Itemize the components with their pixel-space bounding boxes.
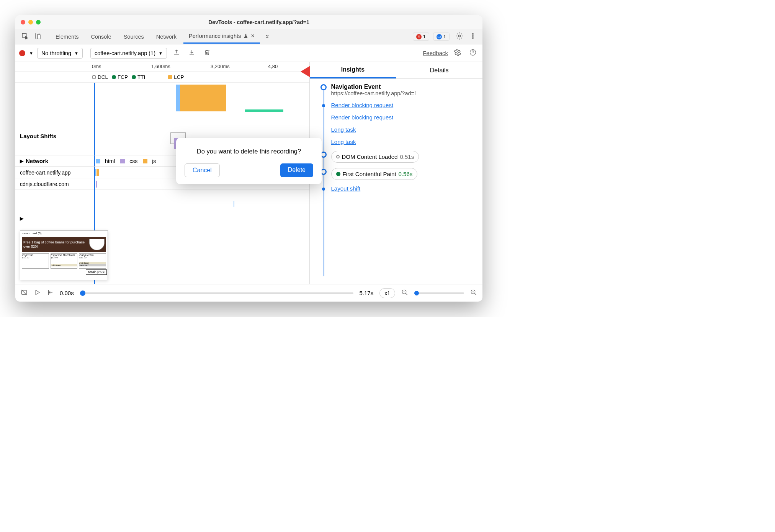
flask-icon bbox=[243, 33, 249, 39]
download-icon[interactable] bbox=[186, 47, 198, 60]
tti-marker: TTI bbox=[132, 74, 145, 80]
window-title: DevTools - coffee-cart.netlify.app/?ad=1 bbox=[41, 19, 477, 25]
throttling-dropdown[interactable]: No throttling▼ bbox=[37, 48, 83, 59]
overview-bar bbox=[180, 85, 226, 111]
maximize-window[interactable] bbox=[36, 20, 41, 24]
kebab-menu-icon[interactable] bbox=[467, 30, 479, 43]
insights-panel: Insights Details Navigation Event https:… bbox=[310, 62, 482, 284]
settings-icon[interactable] bbox=[453, 30, 466, 44]
svg-rect-2 bbox=[38, 34, 41, 39]
tab-console[interactable]: Console bbox=[85, 31, 116, 43]
devtools-window: DevTools - coffee-cart.netlify.app/?ad=1… bbox=[15, 15, 482, 302]
devtools-tabs: Elements Console Sources Network Perform… bbox=[15, 29, 482, 44]
playback-speed[interactable]: x1 bbox=[379, 288, 395, 298]
insights-list: Navigation Event https://coffee-cart.net… bbox=[310, 79, 482, 284]
svg-point-6 bbox=[473, 37, 474, 38]
delete-button[interactable]: Delete bbox=[280, 163, 313, 177]
insight-layout-shift[interactable]: Layout shift bbox=[321, 185, 478, 192]
settings-gear-icon[interactable] bbox=[452, 47, 463, 60]
cancel-button[interactable]: Cancel bbox=[185, 163, 220, 177]
delete-confirm-dialog: Do you want to delete this recording? Ca… bbox=[176, 138, 322, 184]
tab-details[interactable]: Details bbox=[396, 62, 482, 78]
record-dropdown-icon[interactable]: ▼ bbox=[29, 51, 33, 55]
device-toggle-icon[interactable] bbox=[32, 30, 44, 43]
playback-start: 0.00s bbox=[60, 290, 74, 296]
perf-toolbar: ▼ No throttling▼ coffee-cart.netlify.app… bbox=[15, 44, 482, 62]
marker-legend: DCL FCP TTI LCP bbox=[15, 72, 309, 83]
insight-fcp[interactable]: First Contentful Paint 0.56s bbox=[321, 168, 478, 180]
close-window[interactable] bbox=[21, 20, 25, 24]
tab-network[interactable]: Network bbox=[151, 31, 182, 43]
annotation-arrow bbox=[301, 62, 327, 83]
net-legend-css: css bbox=[120, 158, 137, 164]
tab-elements[interactable]: Elements bbox=[50, 31, 84, 43]
close-tab-icon[interactable]: × bbox=[251, 33, 254, 39]
insight-long-task[interactable]: Long task bbox=[321, 126, 478, 133]
insight-render-blocking[interactable]: Render blocking request bbox=[321, 114, 478, 121]
net-legend-js: js bbox=[143, 158, 156, 164]
svg-point-3 bbox=[459, 35, 461, 37]
record-button[interactable] bbox=[19, 50, 25, 56]
screenshot-thumbnail[interactable]: menucart (0) Free 1 bag of coffee beans … bbox=[20, 230, 108, 280]
upload-icon[interactable] bbox=[171, 47, 182, 60]
play-icon[interactable] bbox=[34, 289, 41, 297]
delete-icon[interactable] bbox=[201, 47, 213, 60]
insight-render-blocking[interactable]: Render blocking request bbox=[321, 102, 478, 109]
dcl-marker: DCL bbox=[92, 74, 108, 80]
playback-end: 5.17s bbox=[360, 290, 374, 296]
overview-track bbox=[15, 83, 309, 117]
zoom-slider[interactable] bbox=[414, 292, 464, 294]
help-icon[interactable] bbox=[467, 47, 479, 60]
time-ruler: 0ms 1,600ms 3,200ms 4,80 bbox=[15, 62, 309, 72]
recording-dropdown[interactable]: coffee-cart.netlify.app (1)▼ bbox=[90, 48, 167, 59]
lcp-marker: LCP bbox=[168, 74, 184, 80]
playback-bar: 0.00s 5.17s x1 bbox=[15, 284, 482, 302]
feedback-link[interactable]: Feedback bbox=[423, 50, 448, 56]
dialog-message: Do you want to delete this recording? bbox=[185, 148, 313, 155]
titlebar: DevTools - coffee-cart.netlify.app/?ad=1 bbox=[15, 15, 482, 29]
rewind-icon[interactable] bbox=[47, 289, 54, 297]
zoom-in-icon[interactable] bbox=[470, 289, 477, 297]
right-tabs: Insights Details bbox=[310, 62, 482, 79]
tab-sources[interactable]: Sources bbox=[118, 31, 149, 43]
net-legend-html: html bbox=[96, 158, 115, 164]
svg-point-7 bbox=[457, 51, 459, 53]
tab-performance-insights[interactable]: Performance insights × bbox=[183, 29, 260, 44]
svg-point-5 bbox=[473, 35, 474, 36]
more-tabs-icon[interactable] bbox=[262, 30, 273, 43]
errors-badge[interactable]: ✕1 bbox=[413, 33, 429, 41]
issues-badge[interactable]: ▭1 bbox=[433, 33, 450, 41]
insight-long-task[interactable]: Long task bbox=[321, 139, 478, 145]
svg-point-4 bbox=[473, 33, 474, 34]
overview-bar bbox=[245, 109, 283, 112]
playback-slider[interactable] bbox=[80, 292, 353, 294]
insight-navigation: Navigation Event https://coffee-cart.net… bbox=[321, 83, 478, 96]
minimize-window[interactable] bbox=[28, 20, 33, 24]
traffic-lights bbox=[21, 20, 41, 24]
insight-dcl[interactable]: DOM Content Loaded 0.51s bbox=[321, 151, 478, 163]
zoom-out-icon[interactable] bbox=[401, 289, 408, 297]
fcp-marker: FCP bbox=[112, 74, 128, 80]
inspect-icon[interactable] bbox=[19, 30, 31, 43]
screenshot-toggle-icon[interactable] bbox=[21, 289, 28, 297]
